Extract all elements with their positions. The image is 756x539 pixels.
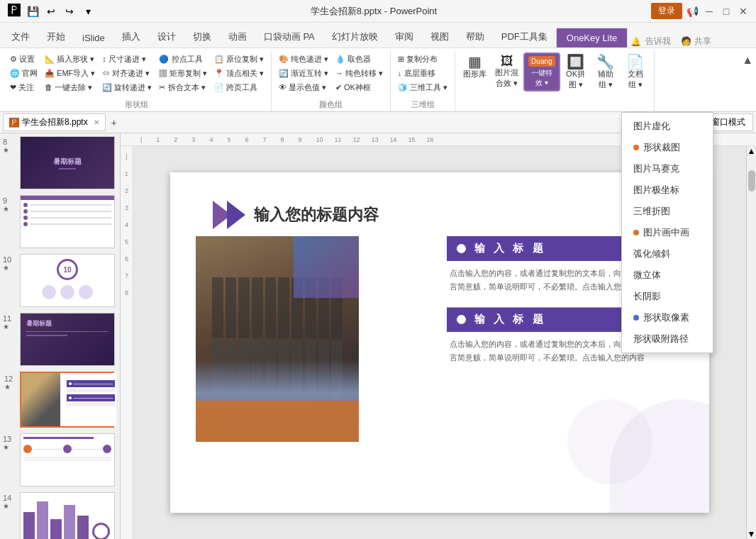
save-icon[interactable]: 💾 xyxy=(24,3,41,20)
slide-item-13[interactable]: 13 ★ xyxy=(20,433,114,487)
minimize-icon[interactable]: ─ xyxy=(702,4,716,18)
rect-copy-btn[interactable]: ▦ 矩形复制 ▾ xyxy=(156,67,209,80)
shape-crop-dot xyxy=(633,145,639,150)
slide-item-11[interactable]: 11 ★ 暑期标题 xyxy=(20,313,114,366)
tab-pocketanim[interactable]: 口袋动画 PA xyxy=(255,26,323,48)
tab-transitions[interactable]: 切换 xyxy=(184,26,220,48)
tell-me-label[interactable]: 告诉我 xyxy=(645,35,671,48)
slide-title-area: 输入您的标题内容 xyxy=(213,201,379,229)
shape-pixel-item[interactable]: 形状取像素 xyxy=(622,307,713,328)
split-text-btn[interactable]: ✂ 拆合文本 ▾ xyxy=(156,81,209,94)
size-step-btn[interactable]: ↕ 尺寸递进 ▾ xyxy=(99,52,155,66)
restore-icon[interactable]: □ xyxy=(719,4,733,18)
color-step-btn[interactable]: 🎨 纯色递进 ▾ xyxy=(276,52,331,66)
copy-distribute-btn[interactable]: ⊞ 复制分布 xyxy=(395,52,450,66)
arc-tilt-label: 弧化倾斜 xyxy=(633,248,670,260)
file-tab-label: 学生会招新8.pptx xyxy=(22,116,88,128)
tab-help[interactable]: 帮助 xyxy=(457,26,493,48)
tab-home[interactable]: 开始 xyxy=(38,26,74,48)
tab-onekey[interactable]: OneKey Lite xyxy=(556,28,628,48)
app-icon: 🅿 xyxy=(6,3,23,20)
tab-review[interactable]: 审阅 xyxy=(387,26,422,48)
tab-design[interactable]: 设计 xyxy=(149,26,184,48)
ribbon-collapse-btn[interactable]: ▲ xyxy=(742,54,753,67)
mosaic-item[interactable]: 图片马赛克 xyxy=(622,158,713,179)
assist-icon: 🔧 xyxy=(596,55,614,69)
control-point-btn[interactable]: 🔵 控点工具 xyxy=(156,52,209,66)
cross-page-btn[interactable]: 📄 跨页工具 xyxy=(211,81,267,94)
tab-file[interactable]: 文件 xyxy=(3,26,38,48)
solid-transfer-btn[interactable]: → 纯色转移 ▾ xyxy=(333,67,386,80)
show-color-btn[interactable]: 👁 显示色值 ▾ xyxy=(276,81,331,94)
shape-crop-item[interactable]: 形状裁图 xyxy=(622,137,713,158)
ok-collage-btn[interactable]: 🔲 OK拼图 ▾ xyxy=(562,52,590,92)
doc-group-btn[interactable]: 📄 文档组 ▾ xyxy=(621,52,650,92)
follow-btn[interactable]: ❤关注 xyxy=(7,81,40,94)
tab-islide[interactable]: iSlide xyxy=(74,28,113,48)
undo-icon[interactable]: ↩ xyxy=(43,3,60,20)
polar-coords-item[interactable]: 图片极坐标 xyxy=(622,179,713,201)
color-items: 🎨 纯色递进 ▾ 🔄 渐近互转 ▾ 👁 显示色值 ▾ 💧 取色器 → 纯色转移 … xyxy=(276,52,386,98)
ribbon-group-color: 🎨 纯色递进 ▾ 🔄 渐近互转 ▾ 👁 显示色值 ▾ 💧 取色器 → 纯色转移 … xyxy=(272,51,391,111)
follow-icon: ❤ xyxy=(10,83,16,92)
customize-icon[interactable]: ▾ xyxy=(79,3,96,20)
inplace-copy-btn[interactable]: 📋 原位复制 ▾ xyxy=(211,52,267,66)
image-blend-btn[interactable]: 🖼 图片混合效 ▾ xyxy=(491,52,522,91)
picture-in-picture-item[interactable]: 图片画中画 xyxy=(622,222,713,243)
gradient-toggle-btn[interactable]: 🔄 渐近互转 ▾ xyxy=(276,67,331,80)
redo-icon[interactable]: ↪ xyxy=(61,3,78,20)
slide-image[interactable] xyxy=(196,236,359,442)
scrollbar-vertical[interactable]: ▲ ▼ xyxy=(746,146,756,539)
slide-thumb-10: 10 xyxy=(20,254,115,307)
login-button[interactable]: 登录 xyxy=(651,3,682,19)
color-picker-btn[interactable]: 💧 取色器 xyxy=(333,52,386,66)
long-shadow-item[interactable]: 长阴影 xyxy=(622,286,713,307)
add-tab-btn[interactable]: + xyxy=(106,114,123,131)
shape-library-btn[interactable]: ▦ 图形库 xyxy=(460,52,490,82)
assist-group-btn[interactable]: 🔧 辅助组 ▾ xyxy=(591,52,620,92)
tab-pdf[interactable]: PDF工具集 xyxy=(493,26,556,48)
3d-tool-btn[interactable]: 🧊 三维工具 ▾ xyxy=(395,81,450,94)
slide-title: 输入您的标题内容 xyxy=(254,204,379,226)
blur-photo-item[interactable]: 图片虚化 xyxy=(622,116,713,137)
3d-fold-label: 三维折图 xyxy=(633,205,670,218)
slide-thumb-13 xyxy=(20,433,115,487)
settings-btn[interactable]: ⚙设置 xyxy=(7,52,40,66)
vertex-related-btn[interactable]: 📍 顶点相关 ▾ xyxy=(211,67,267,80)
tab-insert[interactable]: 插入 xyxy=(113,26,149,48)
shape-attach-path-item[interactable]: 形状吸附路径 xyxy=(622,328,713,350)
scroll-up-btn[interactable]: ▲ xyxy=(747,146,757,156)
bottom-move-btn[interactable]: ↓ 底层垂移 xyxy=(395,67,450,80)
share-label[interactable]: 🧑 共享 xyxy=(681,35,711,48)
3d-fold-item[interactable]: 三维折图 xyxy=(622,201,713,222)
mosaic-label: 图片马赛克 xyxy=(633,162,679,175)
rotate-step-btn[interactable]: 🔄 旋转递进 ▾ xyxy=(99,81,155,94)
micro-3d-item[interactable]: 微立体 xyxy=(622,265,713,286)
emf-import-btn[interactable]: 📥 EMF导入 ▾ xyxy=(42,67,98,80)
slide-item-9[interactable]: 9 ★ xyxy=(20,195,114,248)
close-tab-icon[interactable]: ✕ xyxy=(94,118,99,126)
scrollbar-thumb[interactable] xyxy=(748,170,755,191)
file-tab[interactable]: 🅿 学生会招新8.pptx ✕ xyxy=(3,113,106,131)
slide-item-14[interactable]: 14 ★ xyxy=(20,492,114,539)
one-key-remove-btn[interactable]: 🗑 一键去除 ▾ xyxy=(42,81,98,94)
tab-view[interactable]: 视图 xyxy=(422,26,457,48)
slide-thumb-11: 暑期标题 xyxy=(20,313,115,366)
tab-animations[interactable]: 动画 xyxy=(220,26,255,48)
tab-slideshow[interactable]: 幻灯片放映 xyxy=(323,26,387,48)
align-step-btn[interactable]: ⇔ 对齐递进 ▾ xyxy=(99,67,155,80)
one-key-effect-btn[interactable]: Duang 一键特效 ▾ xyxy=(523,52,560,91)
scroll-down-btn[interactable]: ▼ xyxy=(747,529,757,539)
slide-item-12[interactable]: 12 ★ xyxy=(20,372,114,428)
ok-frame-btn[interactable]: ✔ OK神框 xyxy=(333,81,386,94)
insert-shape-btn[interactable]: 📐 插入形状 ▾ xyxy=(42,52,98,66)
help-icon[interactable]: 🔔 xyxy=(630,37,641,47)
islide-col1: ⚙设置 🌐官网 ❤关注 xyxy=(7,52,40,94)
slide-item-8[interactable]: 8 ★ 暑期标题 xyxy=(20,136,114,189)
slide-item-10[interactable]: 10 ★ 10 xyxy=(20,254,114,307)
feedback-icon[interactable]: 📢 xyxy=(685,4,699,18)
arc-tilt-item[interactable]: 弧化倾斜 xyxy=(622,243,713,265)
close-icon[interactable]: ✕ xyxy=(736,4,750,18)
website-btn[interactable]: 🌐官网 xyxy=(7,67,40,80)
slide-num-10: 10 xyxy=(3,255,11,264)
